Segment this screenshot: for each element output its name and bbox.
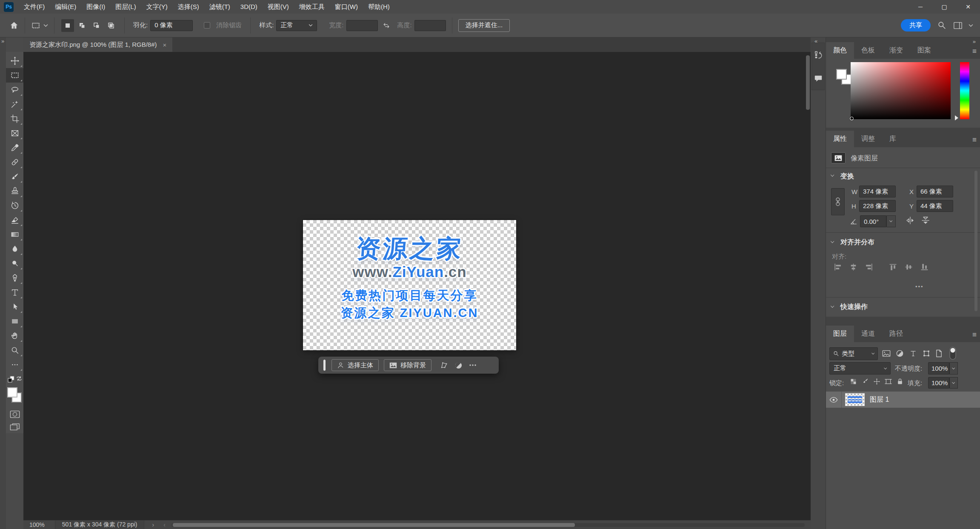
tool-object-selection[interactable]	[6, 97, 23, 112]
tab-paths[interactable]: 路径	[882, 326, 910, 342]
tab-swatches[interactable]: 色板	[854, 42, 882, 59]
angle-input[interactable]: 0.00°	[860, 215, 886, 227]
filter-pixel-layers-icon[interactable]	[882, 350, 891, 357]
tab-properties[interactable]: 属性	[826, 131, 854, 147]
document-tab[interactable]: 资源之家水印.png @ 100% (图层 1, RGB/8#) ×	[23, 37, 172, 52]
horizontal-scroll-thumb[interactable]	[173, 523, 575, 527]
menu-image[interactable]: 图像(I)	[81, 0, 110, 14]
tool-hand[interactable]	[6, 329, 23, 343]
lock-pixels-icon[interactable]	[862, 378, 869, 385]
tool-eraser[interactable]	[6, 213, 23, 227]
opacity-dropdown-button[interactable]	[949, 362, 958, 375]
align-bottom-icon[interactable]	[920, 263, 929, 271]
menu-edit[interactable]: 编辑(E)	[50, 0, 81, 14]
lock-transparency-icon[interactable]	[850, 378, 857, 385]
tool-spot-healing[interactable]	[6, 155, 23, 169]
swap-dimensions-icon[interactable]	[382, 21, 391, 30]
collapse-align-icon[interactable]	[831, 240, 834, 243]
lock-all-icon[interactable]	[897, 377, 903, 385]
tab-gradients[interactable]: 渐变	[882, 42, 910, 59]
zoom-level[interactable]: 100%	[29, 521, 45, 528]
filter-smart-objects-icon[interactable]	[935, 349, 943, 357]
fill-input[interactable]: 100%	[928, 377, 949, 389]
quick-mask-button[interactable]	[6, 408, 23, 420]
tool-move[interactable]	[6, 54, 23, 68]
align-more-icon[interactable]: •••	[915, 283, 924, 290]
tab-close-icon[interactable]: ×	[163, 41, 166, 49]
adjustment-icon[interactable]	[451, 359, 466, 371]
tool-crop[interactable]	[6, 112, 23, 126]
filter-shape-layers-icon[interactable]	[923, 350, 930, 357]
x-value-input[interactable]: 66 像素	[917, 186, 953, 197]
blend-mode-dropdown[interactable]: 正常	[829, 362, 891, 375]
taskbar-grip-handle[interactable]	[323, 360, 326, 371]
default-colors-icon[interactable]	[7, 375, 15, 383]
layer-thumbnail[interactable]	[845, 393, 865, 406]
tool-zoom[interactable]	[6, 343, 23, 357]
tab-layers[interactable]: 图层	[826, 326, 854, 342]
y-value-input[interactable]: 44 像素	[917, 200, 953, 212]
hue-slider[interactable]	[960, 62, 969, 119]
properties-scrollbar[interactable]	[974, 171, 977, 311]
collapse-quick-actions-icon[interactable]	[831, 304, 834, 308]
link-dimensions-button[interactable]	[831, 188, 845, 215]
color-field-selector[interactable]	[850, 117, 854, 120]
tool-rectangle[interactable]	[6, 314, 23, 329]
height-value-input[interactable]: 228 像素	[859, 200, 896, 212]
tab-channels[interactable]: 通道	[854, 326, 882, 342]
tool-lasso[interactable]	[6, 83, 23, 97]
tool-pen[interactable]	[6, 271, 23, 285]
flip-vertical-icon[interactable]	[921, 216, 930, 225]
menu-file[interactable]: 文件(F)	[19, 0, 50, 14]
selection-mode-new-icon[interactable]	[61, 19, 74, 32]
layer-name[interactable]: 图层 1	[870, 395, 889, 404]
tool-blur[interactable]	[6, 242, 23, 256]
chevron-down-icon[interactable]	[969, 24, 973, 27]
align-right-icon[interactable]	[865, 263, 873, 271]
color-foreground-swatch[interactable]	[836, 69, 847, 80]
comments-panel-icon[interactable]	[814, 74, 823, 83]
menu-type[interactable]: 文字(Y)	[141, 0, 173, 14]
menu-view[interactable]: 视图(V)	[263, 0, 294, 14]
menu-plugins[interactable]: 增效工具	[294, 0, 330, 14]
tool-gradient[interactable]	[6, 227, 23, 242]
panel-menu-icon[interactable]: ≡	[972, 47, 976, 56]
height-input[interactable]	[414, 20, 446, 31]
menu-window[interactable]: 窗口(W)	[330, 0, 363, 14]
tool-preset-marquee-icon[interactable]	[31, 21, 48, 30]
feather-input[interactable]: 0 像素	[150, 20, 193, 31]
toolbar-collapse-icon[interactable]: »	[1, 38, 4, 44]
align-center-horizontal-icon[interactable]	[849, 263, 857, 271]
flip-horizontal-icon[interactable]	[906, 216, 914, 225]
align-top-icon[interactable]	[889, 263, 897, 271]
share-button[interactable]: 共享	[901, 19, 931, 31]
tool-type[interactable]	[6, 285, 23, 300]
lock-position-icon[interactable]	[873, 378, 880, 385]
menu-help[interactable]: 帮助(H)	[363, 0, 395, 14]
scroll-left-icon[interactable]: ‹	[163, 521, 166, 528]
tool-edit-toolbar[interactable]	[6, 357, 23, 372]
menu-3d[interactable]: 3D(D)	[235, 0, 263, 14]
minimize-button[interactable]: ─	[909, 0, 932, 14]
style-dropdown[interactable]: 正常	[276, 20, 317, 31]
filter-toggle-switch[interactable]	[949, 346, 957, 360]
width-value-input[interactable]: 374 像素	[859, 186, 896, 197]
layer-visibility-toggle[interactable]	[826, 397, 841, 403]
width-input[interactable]	[346, 20, 378, 31]
align-section-title[interactable]: 对齐并分布	[840, 238, 874, 247]
tab-adjustments[interactable]: 调整	[854, 131, 882, 147]
tool-brush[interactable]	[6, 169, 23, 184]
filter-type-layers-icon[interactable]	[909, 350, 917, 357]
lock-artboard-icon[interactable]	[885, 378, 892, 385]
home-icon[interactable]	[9, 21, 19, 30]
tool-rectangular-marquee[interactable]	[6, 68, 23, 83]
document-artboard[interactable]: 资源之家 www.ZiYuan.cn 免费热门项目每天分享 资源之家 ZIYUA…	[303, 220, 516, 350]
collapse-transform-icon[interactable]	[831, 173, 834, 177]
foreground-color-swatch[interactable]	[7, 387, 17, 397]
tab-patterns[interactable]: 图案	[910, 42, 938, 59]
hue-slider-thumb[interactable]	[955, 115, 958, 120]
workspace-icon[interactable]	[953, 21, 963, 30]
tool-history-brush[interactable]	[6, 198, 23, 213]
maximize-button[interactable]: ▢	[932, 0, 956, 14]
selection-mode-intersect-icon[interactable]	[105, 19, 117, 32]
